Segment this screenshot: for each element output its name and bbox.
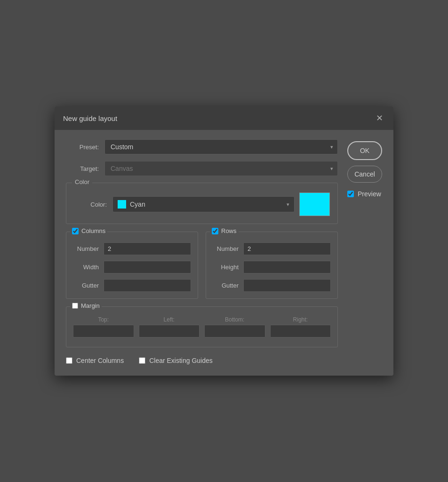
new-guide-layout-dialog: New guide layout ✕ Preset: Custom Defaul… (55, 106, 393, 376)
cyan-color-dot (118, 200, 126, 209)
title-bar: New guide layout ✕ (55, 106, 393, 130)
target-label: Target: (66, 165, 99, 172)
rows-number-row: Number (213, 242, 331, 255)
columns-checkbox[interactable] (72, 228, 79, 234)
margin-left-col: Left: (139, 316, 200, 337)
color-chevron-icon: ▾ (287, 201, 289, 208)
margin-top-col: Top: (73, 316, 134, 337)
rows-height-input[interactable] (243, 261, 331, 273)
preset-row: Preset: Custom Default Grid of 3 Baselin… (66, 139, 338, 154)
columns-gutter-label: Gutter (73, 282, 99, 289)
columns-section: Columns Number Width Gutter (66, 232, 198, 299)
preset-label: Preset: (66, 144, 99, 151)
columns-width-label: Width (73, 264, 99, 271)
margin-top-input[interactable] (73, 325, 134, 337)
rows-height-row: Height (213, 261, 331, 273)
main-layout: Preset: Custom Default Grid of 3 Baselin… (66, 139, 382, 366)
columns-number-row: Number (73, 242, 191, 255)
ok-button[interactable]: OK (347, 141, 382, 160)
margin-left-input[interactable] (139, 325, 200, 337)
rows-legend-label: Rows (221, 227, 237, 234)
color-section: Color Color: Cyan ▾ (66, 183, 338, 224)
color-swatch[interactable] (299, 193, 330, 216)
color-section-legend: Color (72, 178, 92, 185)
rows-gutter-row: Gutter (213, 279, 331, 292)
margin-bottom-col: Bottom: (204, 316, 265, 337)
color-row: Color: Cyan ▾ (74, 193, 330, 216)
left-panel: Preset: Custom Default Grid of 3 Baselin… (66, 139, 338, 366)
rows-legend: Rows (210, 227, 239, 234)
margin-left-label: Left: (164, 316, 175, 323)
rows-number-input[interactable] (243, 242, 331, 255)
center-columns-label: Center Columns (76, 357, 124, 364)
clear-guides-label: Clear Existing Guides (149, 357, 213, 364)
rows-section: Rows Number Height Gutter (206, 232, 338, 299)
columns-legend-label: Columns (81, 227, 105, 234)
color-value-text: Cyan (130, 201, 145, 208)
margin-checkbox[interactable] (72, 303, 78, 309)
color-dropdown[interactable]: Cyan ▾ (112, 196, 295, 212)
clear-guides-checkbox[interactable] (139, 357, 145, 364)
rows-height-label: Height (213, 264, 239, 271)
target-select-wrapper: Canvas Artboard ▾ (104, 161, 338, 176)
columns-legend: Columns (70, 227, 107, 234)
columns-number-input[interactable] (104, 242, 191, 255)
rows-checkbox[interactable] (212, 228, 218, 234)
center-columns-checkbox[interactable] (66, 357, 72, 364)
preview-label: Preview (358, 190, 381, 198)
target-select[interactable]: Canvas Artboard (104, 161, 338, 176)
margin-legend-label: Margin (81, 302, 100, 309)
margin-right-input[interactable] (270, 325, 331, 337)
preview-row: Preview (347, 190, 382, 198)
margin-legend: Margin (70, 302, 102, 309)
center-columns-item[interactable]: Center Columns (66, 357, 124, 364)
rows-number-label: Number (213, 245, 239, 252)
rows-gutter-label: Gutter (213, 282, 239, 289)
margin-fields-row: Top: Left: Bottom: Right: (73, 316, 331, 337)
preset-select-wrapper: Custom Default Grid of 3 Baseline 8px ▾ (104, 139, 338, 154)
margin-right-col: Right: (270, 316, 331, 337)
columns-number-label: Number (73, 245, 99, 252)
close-button[interactable]: ✕ (374, 113, 385, 123)
margin-top-label: Top: (98, 316, 109, 323)
preset-select[interactable]: Custom Default Grid of 3 Baseline 8px (104, 139, 338, 154)
columns-gutter-input[interactable] (104, 279, 191, 292)
columns-width-input[interactable] (104, 261, 191, 273)
margin-bottom-input[interactable] (204, 325, 265, 337)
columns-gutter-row: Gutter (73, 279, 191, 292)
right-panel: OK Cancel Preview (347, 139, 382, 366)
preview-checkbox[interactable] (347, 191, 354, 197)
margin-section: Margin Top: Left: Bottom: (66, 306, 338, 347)
color-label: Color: (74, 201, 107, 208)
columns-width-row: Width (73, 261, 191, 273)
margin-bottom-label: Bottom: (225, 316, 244, 323)
target-row: Target: Canvas Artboard ▾ (66, 161, 338, 176)
dialog-content: Preset: Custom Default Grid of 3 Baselin… (55, 130, 393, 376)
margin-right-label: Right: (293, 316, 308, 323)
rows-gutter-input[interactable] (243, 279, 331, 292)
columns-rows-layout: Columns Number Width Gutter (66, 232, 338, 299)
dialog-title: New guide layout (63, 114, 117, 122)
bottom-checkboxes: Center Columns Clear Existing Guides (66, 355, 338, 366)
clear-guides-item[interactable]: Clear Existing Guides (139, 357, 213, 364)
cancel-button[interactable]: Cancel (347, 166, 382, 183)
